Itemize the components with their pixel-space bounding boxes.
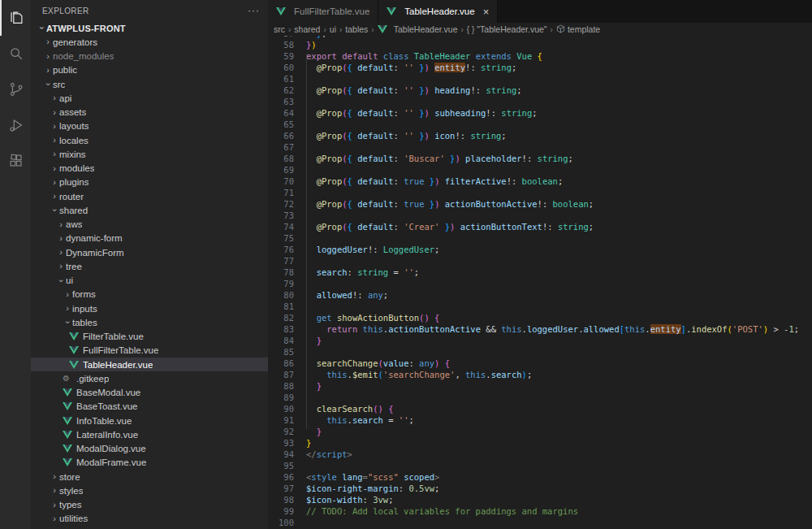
line-number[interactable]: 83	[268, 323, 294, 335]
line-number[interactable]: 77	[268, 255, 294, 267]
tree-item-aws[interactable]: ›aws	[31, 218, 268, 232]
code-line-97[interactable]: 97$icon-right-margin: 0.5vw;	[268, 483, 812, 494]
code-line-58[interactable]: 58})	[268, 39, 812, 50]
line-number[interactable]: 82	[268, 312, 294, 323]
tree-item-modules[interactable]: ›modules	[31, 162, 268, 176]
code-line-66[interactable]: 66 @Prop({ default: '' }) icon!: string;	[268, 130, 812, 141]
code-line-73[interactable]: 73	[268, 210, 812, 221]
line-number[interactable]: 71	[268, 187, 294, 198]
line-number[interactable]: 80	[268, 289, 294, 301]
line-number[interactable]: 81	[268, 301, 294, 312]
code-line-71[interactable]: 71	[268, 187, 812, 198]
line-number[interactable]: 91	[268, 414, 294, 426]
code-line-76[interactable]: 76 loggedUser!: LoggedUser;	[268, 244, 812, 255]
code-line-60[interactable]: 60 @Prop({ default: '' }) entity!: strin…	[268, 62, 812, 73]
code-line-69[interactable]: 69	[268, 164, 812, 176]
tree-item-plugins[interactable]: ›plugins	[31, 176, 268, 189]
breadcrumb-item-4[interactable]: tables	[345, 24, 368, 34]
code-line-99[interactable]: 99// TODO: Add local variables for paddi…	[268, 505, 812, 517]
extensions-icon[interactable]	[0, 143, 31, 179]
tree-item-forms[interactable]: ›forms	[31, 288, 268, 301]
tree-item-lateralinfo.vue[interactable]: LateralInfo.vue	[31, 427, 268, 441]
tree-item-dynamic-form[interactable]: ›dynamic-form	[31, 232, 268, 245]
tab-fullfiltertable.vue[interactable]: FullFilterTable.vue	[268, 0, 378, 23]
tree-item-dynamicform[interactable]: ›DynamicForm	[31, 245, 268, 259]
line-number[interactable]: 85	[268, 346, 294, 358]
code-line-74[interactable]: 74 @Prop({ default: 'Crear' }) actionBut…	[268, 221, 812, 232]
code-line-77[interactable]: 77	[268, 255, 812, 267]
code-line-67[interactable]: 67	[268, 141, 812, 153]
explorer-more-button[interactable]: ···	[248, 5, 260, 16]
line-number[interactable]: 94	[268, 449, 294, 460]
code-line-84[interactable]: 84 }	[268, 335, 812, 346]
code-line-59[interactable]: 59export default class TableHeader exten…	[268, 50, 812, 62]
code-line-63[interactable]: 63	[268, 96, 812, 107]
tree-item-.gitkeep[interactable]: ⚙.gitkeep	[31, 371, 268, 385]
code-line-87[interactable]: 87 this.$emit('searchChange', this.searc…	[268, 369, 812, 380]
tree-item-ui[interactable]: ›ui	[31, 274, 268, 288]
code-line-91[interactable]: 91 this.search = '';	[268, 414, 812, 426]
tree-item-modaldialog.vue[interactable]: ModalDialog.vue	[31, 442, 268, 456]
tree-item-basemodal.vue[interactable]: BaseModal.vue	[31, 386, 268, 400]
line-number[interactable]: 98	[268, 494, 294, 505]
search-icon[interactable]	[0, 36, 31, 72]
tree-item-types[interactable]: ›types	[31, 498, 268, 512]
tree-item-generators[interactable]: ›generators	[31, 35, 268, 49]
code-line-96[interactable]: 96<style lang="scss" scoped>	[268, 471, 812, 483]
line-number[interactable]: 95	[268, 460, 294, 471]
line-number[interactable]: 78	[268, 267, 294, 278]
code-line-94[interactable]: 94</script>	[268, 449, 812, 460]
tree-item-utilities[interactable]: ›utilities	[31, 512, 268, 526]
tree-item-atwplus-front[interactable]: ›ATWPLUS-FRONT	[31, 21, 268, 35]
line-number[interactable]: 75	[268, 232, 294, 244]
code-line-88[interactable]: 88 }	[268, 380, 812, 392]
tree-item-filtertable.vue[interactable]: FilterTable.vue	[31, 330, 268, 344]
tree-item-basetoast.vue[interactable]: BaseToast.vue	[31, 400, 268, 414]
tree-item-modalframe.vue[interactable]: ModalFrame.vue	[31, 456, 268, 470]
line-number[interactable]: 89	[268, 392, 294, 403]
tree-item-store[interactable]: ›store	[31, 470, 268, 483]
tree-item-node-modules[interactable]: ›node_modules	[31, 50, 268, 63]
line-number[interactable]: 66	[268, 130, 294, 141]
tree-item-infotable.vue[interactable]: InfoTable.vue	[31, 414, 268, 427]
line-number[interactable]: 79	[268, 278, 294, 289]
code-line-86[interactable]: 86 searchChange(value: any) {	[268, 358, 812, 369]
tree-item-views[interactable]: ›views	[31, 526, 268, 529]
tree-item-styles[interactable]: ›styles	[31, 483, 268, 497]
tree-item-tables[interactable]: ›tables	[31, 315, 268, 329]
line-number[interactable]: 70	[268, 176, 294, 187]
code-editor[interactable]: 57 },58})59export default class TableHea…	[268, 36, 812, 529]
line-number[interactable]: 96	[268, 471, 294, 483]
breadcrumb-item-3[interactable]: ui	[330, 24, 336, 34]
tree-item-api[interactable]: ›api	[31, 91, 268, 105]
code-line-68[interactable]: 68 @Prop({ default: 'Buscar' }) placehol…	[268, 153, 812, 164]
line-number[interactable]: 84	[268, 335, 294, 346]
tree-item-router[interactable]: ›router	[31, 189, 268, 203]
code-line-93[interactable]: 93}	[268, 437, 812, 449]
explorer-icon[interactable]	[0, 0, 31, 36]
line-number[interactable]: 76	[268, 244, 294, 255]
tree-item-fullfiltertable.vue[interactable]: FullFilterTable.vue	[31, 344, 268, 358]
code-line-64[interactable]: 64 @Prop({ default: '' }) subheading!: s…	[268, 107, 812, 119]
tree-item-inputs[interactable]: ›inputs	[31, 301, 268, 315]
line-number[interactable]: 99	[268, 505, 294, 517]
tree-item-tableheader.vue[interactable]: TableHeader.vue	[31, 358, 268, 371]
line-number[interactable]: 92	[268, 426, 294, 437]
code-line-92[interactable]: 92 }	[268, 426, 812, 437]
code-line-98[interactable]: 98$icon-width: 3vw;	[268, 494, 812, 505]
code-line-78[interactable]: 78 search: string = '';	[268, 267, 812, 278]
line-number[interactable]: 58	[268, 39, 294, 50]
code-line-80[interactable]: 80 allowed!: any;	[268, 289, 812, 301]
code-line-65[interactable]: 65	[268, 119, 812, 130]
breadcrumb-item-1[interactable]: src	[274, 24, 285, 34]
breadcrumb-item-2[interactable]: shared	[294, 24, 320, 34]
line-number[interactable]: 100	[268, 517, 294, 528]
breadcrumb-item-6[interactable]: { }"TableHeader.vue"	[467, 24, 547, 34]
line-number[interactable]: 97	[268, 483, 294, 494]
code-line-79[interactable]: 79	[268, 278, 812, 289]
tree-item-mixins[interactable]: ›mixins	[31, 147, 268, 161]
line-number[interactable]: 93	[268, 437, 294, 449]
line-number[interactable]: 64	[268, 107, 294, 119]
code-line-72[interactable]: 72 @Prop({ default: true }) actionButton…	[268, 198, 812, 210]
code-line-100[interactable]: 100	[268, 517, 812, 528]
